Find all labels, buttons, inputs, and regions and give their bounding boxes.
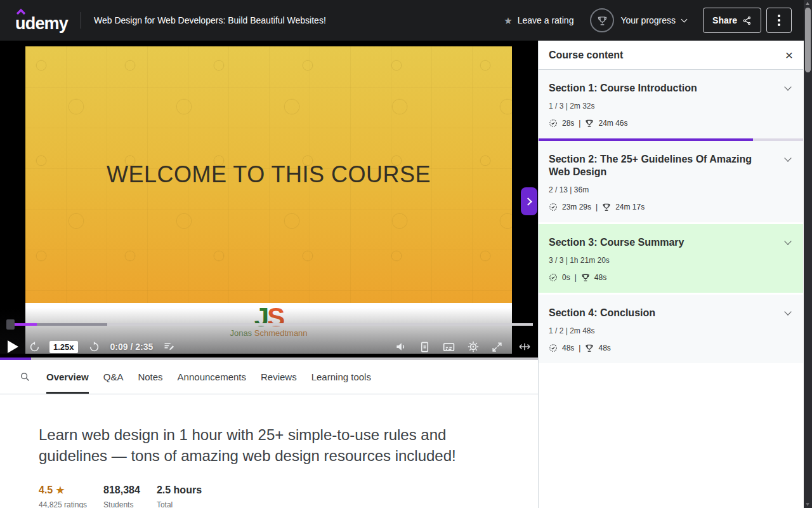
video-player[interactable]: WELCOME TO THIS COURSE JS Jonas Schmedtm… <box>0 41 538 360</box>
stat-duration: 2.5 hours Total <box>157 485 202 508</box>
section-3[interactable]: Section 3: Course Summary 3 / 3 | 1h 21m… <box>539 222 803 293</box>
forward-button[interactable] <box>88 341 100 353</box>
close-sidebar-button[interactable]: × <box>785 48 793 62</box>
chevron-down-icon <box>681 17 688 23</box>
section-2-times: 23m 29s | 24m 17s <box>549 203 793 211</box>
fullscreen-button[interactable] <box>491 341 503 353</box>
section-1-watched: 28s <box>562 119 574 128</box>
duration-label: Total <box>157 500 202 508</box>
rewind-icon <box>29 341 41 353</box>
section-3-times: 0s | 48s <box>549 273 793 282</box>
tab-qa[interactable]: Q&A <box>103 360 124 394</box>
trophy-icon <box>585 344 594 352</box>
volume-icon <box>395 340 407 353</box>
check-badge-icon <box>549 203 558 211</box>
tab-learning-tools[interactable]: Learning tools <box>311 360 371 394</box>
chevron-down-icon[interactable] <box>784 154 791 161</box>
section-1-progress-fill <box>539 138 753 141</box>
section-4[interactable]: Section 4: Conclusion 1 / 2 | 2m 48s 48s… <box>539 293 803 363</box>
course-headline: Learn web design in 1 hour with 25+ simp… <box>0 394 538 466</box>
section-1-meta: 1 / 3 | 2m 32s <box>549 102 793 110</box>
udemy-logo[interactable]: udemy <box>15 9 68 32</box>
section-3-watched: 0s <box>562 273 570 282</box>
scrollbar-down-arrow[interactable] <box>806 503 809 506</box>
trophy-ring-icon <box>590 8 614 32</box>
video-scrub-bar[interactable] <box>8 323 533 326</box>
students-value: 818,384 <box>103 485 140 496</box>
video-slide-title: WELCOME TO THIS COURSE <box>107 161 431 188</box>
scrollbar-thumb[interactable] <box>805 8 811 72</box>
scrub-handle[interactable] <box>6 319 15 330</box>
scrollbar-up-arrow[interactable] <box>806 2 809 5</box>
separator: | <box>596 203 598 211</box>
course-stats: 4.5 ★ 44,825 ratings 818,384 Students 2.… <box>0 485 538 508</box>
tab-notes[interactable]: Notes <box>138 360 162 394</box>
share-button[interactable]: Share <box>703 8 761 33</box>
page-scrollbar[interactable] <box>804 0 812 508</box>
share-label: Share <box>712 15 737 25</box>
your-progress-button[interactable]: Your progress <box>590 8 686 32</box>
note-icon <box>163 340 176 353</box>
rating-count: 44,825 ratings <box>39 500 87 508</box>
captions-button[interactable] <box>442 340 455 354</box>
share-icon <box>742 16 752 25</box>
playback-speed-button[interactable]: 1.25x <box>49 341 78 353</box>
topbar-actions: ★ Leave a rating Your progress Share <box>504 8 792 33</box>
volume-button[interactable] <box>395 340 407 353</box>
player-controls-right <box>395 340 503 354</box>
transcript-button[interactable] <box>419 341 431 353</box>
section-1[interactable]: Section 1: Course Introduction 1 / 3 | 2… <box>539 70 803 138</box>
play-icon <box>8 340 18 353</box>
separator: | <box>579 119 580 128</box>
stat-rating: 4.5 ★ 44,825 ratings <box>39 485 87 508</box>
section-2-title: Section 2: The 25+ Guidelines Of Amazing… <box>549 153 785 178</box>
section-4-title: Section 4: Conclusion <box>549 307 672 319</box>
collapse-sidebar-button[interactable] <box>521 187 537 215</box>
more-options-button[interactable] <box>766 8 792 33</box>
video-slide: WELCOME TO THIS COURSE <box>25 46 512 303</box>
course-title[interactable]: Web Design for Web Developers: Build Bea… <box>94 15 326 25</box>
section-4-watched: 48s <box>562 344 574 352</box>
fullscreen-icon <box>491 341 503 353</box>
search-button[interactable] <box>18 370 32 384</box>
captions-icon <box>442 340 455 354</box>
tab-reviews[interactable]: Reviews <box>261 360 297 394</box>
section-1-progress-bar <box>539 138 803 141</box>
section-4-trophy-time: 48s <box>598 344 610 352</box>
separator: | <box>579 344 580 352</box>
expand-width-icon[interactable] <box>518 342 531 352</box>
section-4-meta: 1 / 2 | 2m 48s <box>549 326 793 335</box>
tab-announcements[interactable]: Announcements <box>178 360 246 394</box>
rating-value: 4.5 <box>39 485 53 496</box>
search-icon <box>20 371 30 382</box>
udemy-caret-icon <box>16 8 26 15</box>
topbar-divider <box>81 12 81 29</box>
play-button[interactable] <box>8 340 18 353</box>
course-content-title: Course content <box>549 50 623 61</box>
chevron-down-icon[interactable] <box>784 83 791 90</box>
section-4-times: 48s | 48s <box>549 344 793 352</box>
your-progress-label: Your progress <box>620 15 676 25</box>
section-1-title: Section 1: Course Introduction <box>549 82 714 95</box>
player-controls: 1.25x 0:09 / 2:35 <box>0 337 538 356</box>
check-badge-icon <box>549 344 558 352</box>
tab-overview[interactable]: Overview <box>46 360 89 394</box>
udemy-logo-text: udemy <box>15 14 68 33</box>
section-2[interactable]: Section 2: The 25+ Guidelines Of Amazing… <box>539 141 803 222</box>
chevron-down-icon[interactable] <box>784 308 791 315</box>
chevron-right-icon <box>524 197 532 206</box>
course-content-header: Course content × <box>539 41 803 70</box>
check-badge-icon <box>549 119 558 128</box>
trophy-icon <box>597 15 608 26</box>
section-1-progress-track <box>753 138 803 141</box>
settings-button[interactable] <box>467 340 480 353</box>
add-note-button[interactable] <box>163 340 176 353</box>
duration-value: 2.5 hours <box>157 485 202 496</box>
star-icon: ★ <box>504 16 512 25</box>
rewind-button[interactable] <box>29 341 41 353</box>
students-label: Students <box>103 500 140 508</box>
leave-rating-button[interactable]: ★ Leave a rating <box>504 15 573 25</box>
time-display: 0:09 / 2:35 <box>110 342 154 352</box>
top-bar: udemy Web Design for Web Developers: Bui… <box>0 0 812 41</box>
chevron-down-icon[interactable] <box>784 237 791 244</box>
